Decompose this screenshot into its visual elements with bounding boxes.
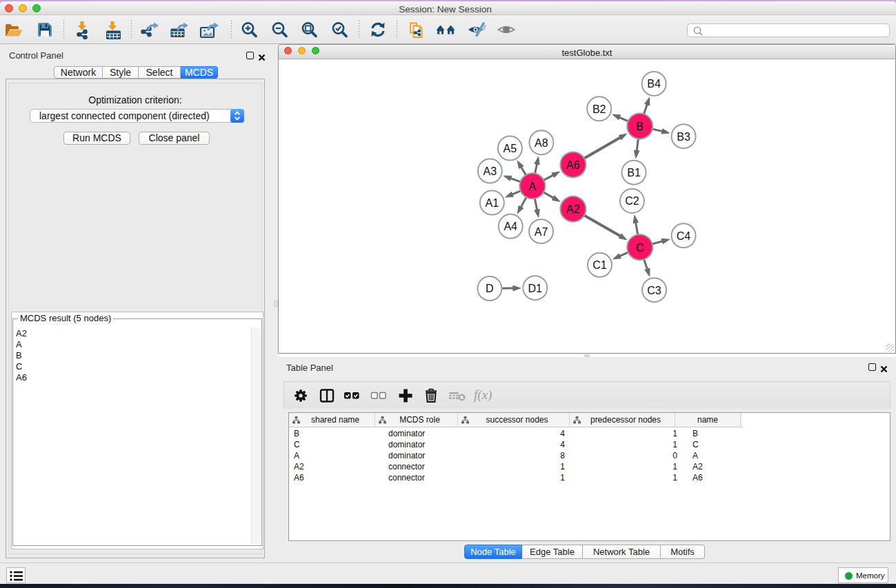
svg-text:B4: B4: [647, 78, 661, 90]
svg-text:A7: A7: [535, 226, 548, 238]
svg-text:D: D: [486, 283, 494, 294]
svg-text:C1: C1: [593, 259, 607, 271]
svg-text:A2: A2: [566, 203, 580, 215]
svg-text:A: A: [529, 181, 537, 192]
svg-text:B3: B3: [677, 131, 690, 143]
svg-text:A3: A3: [484, 165, 497, 177]
svg-text:C4: C4: [677, 230, 691, 242]
svg-text:A4: A4: [504, 221, 517, 232]
svg-text:B1: B1: [627, 167, 641, 179]
svg-text:C3: C3: [647, 285, 661, 296]
svg-text:C2: C2: [625, 195, 639, 207]
svg-text:A6: A6: [566, 159, 580, 171]
svg-text:B: B: [636, 121, 644, 132]
svg-text:A1: A1: [486, 197, 499, 209]
svg-text:A8: A8: [535, 137, 548, 149]
svg-text:D1: D1: [528, 283, 543, 294]
svg-text:A5: A5: [504, 143, 517, 154]
svg-text:C: C: [636, 242, 644, 254]
svg-text:B2: B2: [593, 103, 606, 115]
